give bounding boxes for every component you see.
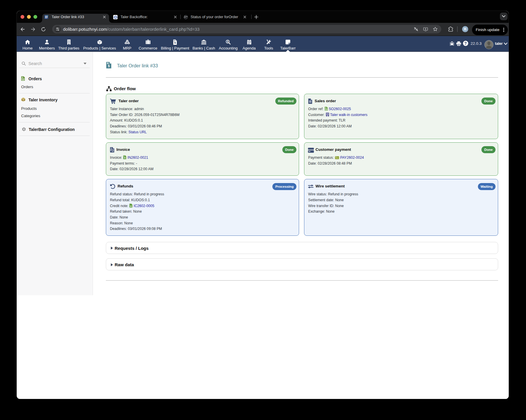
svg-text:$: $ [174,41,176,44]
svg-text:$: $ [108,64,110,68]
